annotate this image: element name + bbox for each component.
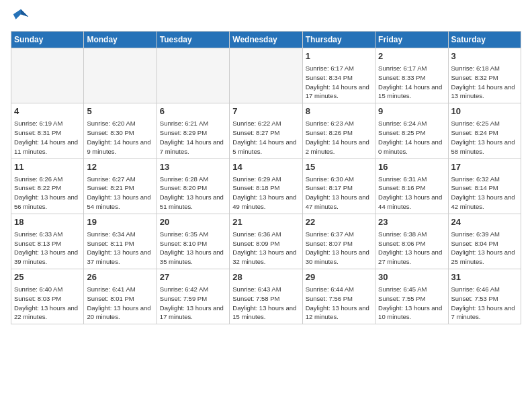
col-header-friday: Friday	[375, 32, 448, 48]
day-number: 19	[87, 216, 153, 228]
day-cell: 4Sunrise: 6:19 AM Sunset: 8:31 PM Daylig…	[11, 103, 84, 158]
day-info: Sunrise: 6:33 AM Sunset: 8:13 PM Dayligh…	[14, 230, 81, 267]
day-cell: 18Sunrise: 6:33 AM Sunset: 8:13 PM Dayli…	[11, 214, 84, 269]
day-cell: 22Sunrise: 6:37 AM Sunset: 8:07 PM Dayli…	[302, 214, 375, 269]
day-cell: 3Sunrise: 6:18 AM Sunset: 8:32 PM Daylig…	[448, 48, 521, 103]
col-header-tuesday: Tuesday	[157, 32, 229, 48]
day-cell: 24Sunrise: 6:39 AM Sunset: 8:04 PM Dayli…	[448, 214, 521, 269]
day-cell: 9Sunrise: 6:24 AM Sunset: 8:25 PM Daylig…	[375, 103, 448, 158]
day-cell: 29Sunrise: 6:44 AM Sunset: 7:56 PM Dayli…	[302, 269, 375, 324]
day-number: 10	[451, 105, 518, 118]
day-number: 6	[160, 105, 226, 118]
day-cell: 26Sunrise: 6:41 AM Sunset: 8:01 PM Dayli…	[84, 269, 157, 324]
day-cell: 5Sunrise: 6:20 AM Sunset: 8:30 PM Daylig…	[84, 103, 157, 158]
day-cell	[230, 48, 302, 103]
calendar-header-row: SundayMondayTuesdayWednesdayThursdayFrid…	[11, 32, 521, 48]
day-number: 7	[232, 105, 299, 118]
day-info: Sunrise: 6:25 AM Sunset: 8:24 PM Dayligh…	[451, 119, 518, 156]
day-info: Sunrise: 6:38 AM Sunset: 8:06 PM Dayligh…	[378, 230, 445, 267]
day-cell: 30Sunrise: 6:45 AM Sunset: 7:55 PM Dayli…	[375, 269, 448, 324]
day-info: Sunrise: 6:17 AM Sunset: 8:33 PM Dayligh…	[378, 64, 445, 101]
col-header-saturday: Saturday	[448, 32, 521, 48]
week-row-0: 1Sunrise: 6:17 AM Sunset: 8:34 PM Daylig…	[11, 48, 521, 103]
day-info: Sunrise: 6:44 AM Sunset: 7:56 PM Dayligh…	[306, 285, 372, 322]
col-header-monday: Monday	[84, 32, 157, 48]
day-cell: 15Sunrise: 6:30 AM Sunset: 8:17 PM Dayli…	[302, 158, 375, 214]
day-number: 9	[378, 105, 445, 118]
day-info: Sunrise: 6:26 AM Sunset: 8:22 PM Dayligh…	[14, 175, 81, 212]
day-info: Sunrise: 6:27 AM Sunset: 8:21 PM Dayligh…	[87, 175, 153, 212]
day-number: 14	[232, 161, 299, 173]
day-number: 8	[306, 105, 372, 118]
day-info: Sunrise: 6:19 AM Sunset: 8:31 PM Dayligh…	[14, 119, 81, 156]
day-number: 26	[87, 271, 153, 283]
day-cell: 28Sunrise: 6:43 AM Sunset: 7:58 PM Dayli…	[230, 269, 302, 324]
day-cell	[11, 48, 84, 103]
day-cell: 12Sunrise: 6:27 AM Sunset: 8:21 PM Dayli…	[84, 158, 157, 214]
day-number: 3	[451, 50, 518, 62]
day-info: Sunrise: 6:34 AM Sunset: 8:11 PM Dayligh…	[87, 230, 153, 267]
day-info: Sunrise: 6:40 AM Sunset: 8:03 PM Dayligh…	[14, 285, 81, 322]
day-number: 27	[160, 271, 226, 283]
day-cell: 7Sunrise: 6:22 AM Sunset: 8:27 PM Daylig…	[230, 103, 302, 158]
day-info: Sunrise: 6:36 AM Sunset: 8:09 PM Dayligh…	[232, 230, 299, 267]
day-cell: 21Sunrise: 6:36 AM Sunset: 8:09 PM Dayli…	[230, 214, 302, 269]
logo-icon	[11, 7, 31, 27]
day-number: 13	[160, 161, 226, 173]
day-info: Sunrise: 6:31 AM Sunset: 8:16 PM Dayligh…	[378, 175, 445, 212]
day-info: Sunrise: 6:35 AM Sunset: 8:10 PM Dayligh…	[160, 230, 226, 267]
day-info: Sunrise: 6:30 AM Sunset: 8:17 PM Dayligh…	[306, 175, 372, 212]
day-cell: 16Sunrise: 6:31 AM Sunset: 8:16 PM Dayli…	[375, 158, 448, 214]
day-info: Sunrise: 6:21 AM Sunset: 8:29 PM Dayligh…	[160, 119, 226, 156]
day-info: Sunrise: 6:39 AM Sunset: 8:04 PM Dayligh…	[451, 230, 518, 267]
day-info: Sunrise: 6:29 AM Sunset: 8:18 PM Dayligh…	[232, 175, 299, 212]
day-number: 11	[14, 161, 81, 173]
day-cell: 1Sunrise: 6:17 AM Sunset: 8:34 PM Daylig…	[302, 48, 375, 103]
day-cell: 8Sunrise: 6:23 AM Sunset: 8:26 PM Daylig…	[302, 103, 375, 158]
day-number: 25	[14, 271, 81, 283]
day-number: 12	[87, 161, 153, 173]
col-header-thursday: Thursday	[302, 32, 375, 48]
day-cell: 13Sunrise: 6:28 AM Sunset: 8:20 PM Dayli…	[157, 158, 229, 214]
day-cell: 17Sunrise: 6:32 AM Sunset: 8:14 PM Dayli…	[448, 158, 521, 214]
day-number: 15	[306, 161, 372, 173]
day-info: Sunrise: 6:41 AM Sunset: 8:01 PM Dayligh…	[87, 285, 153, 322]
day-number: 18	[14, 216, 81, 228]
day-cell: 27Sunrise: 6:42 AM Sunset: 7:59 PM Dayli…	[157, 269, 229, 324]
day-info: Sunrise: 6:32 AM Sunset: 8:14 PM Dayligh…	[451, 175, 518, 212]
day-cell: 31Sunrise: 6:46 AM Sunset: 7:53 PM Dayli…	[448, 269, 521, 324]
week-row-2: 11Sunrise: 6:26 AM Sunset: 8:22 PM Dayli…	[11, 158, 521, 214]
day-number: 21	[232, 216, 299, 228]
day-info: Sunrise: 6:43 AM Sunset: 7:58 PM Dayligh…	[232, 285, 299, 322]
day-info: Sunrise: 6:22 AM Sunset: 8:27 PM Dayligh…	[232, 119, 299, 156]
day-number: 23	[378, 216, 445, 228]
day-info: Sunrise: 6:42 AM Sunset: 7:59 PM Dayligh…	[160, 285, 226, 322]
col-header-wednesday: Wednesday	[230, 32, 302, 48]
day-cell: 6Sunrise: 6:21 AM Sunset: 8:29 PM Daylig…	[157, 103, 229, 158]
day-cell: 20Sunrise: 6:35 AM Sunset: 8:10 PM Dayli…	[157, 214, 229, 269]
day-info: Sunrise: 6:23 AM Sunset: 8:26 PM Dayligh…	[306, 119, 372, 156]
day-number: 17	[451, 161, 518, 173]
day-number: 1	[306, 50, 372, 62]
page: SundayMondayTuesdayWednesdayThursdayFrid…	[0, 0, 532, 331]
day-number: 29	[306, 271, 372, 283]
day-number: 5	[87, 105, 153, 118]
header-area	[11, 7, 521, 27]
week-row-3: 18Sunrise: 6:33 AM Sunset: 8:13 PM Dayli…	[11, 214, 521, 269]
day-cell: 23Sunrise: 6:38 AM Sunset: 8:06 PM Dayli…	[375, 214, 448, 269]
calendar-table: SundayMondayTuesdayWednesdayThursdayFrid…	[11, 31, 521, 324]
col-header-sunday: Sunday	[11, 32, 84, 48]
day-info: Sunrise: 6:20 AM Sunset: 8:30 PM Dayligh…	[87, 119, 153, 156]
week-row-4: 25Sunrise: 6:40 AM Sunset: 8:03 PM Dayli…	[11, 269, 521, 324]
day-cell	[157, 48, 229, 103]
day-number: 28	[232, 271, 299, 283]
day-number: 4	[14, 105, 81, 118]
day-info: Sunrise: 6:18 AM Sunset: 8:32 PM Dayligh…	[451, 64, 518, 101]
svg-marker-1	[21, 9, 28, 17]
day-number: 24	[451, 216, 518, 228]
day-number: 20	[160, 216, 226, 228]
day-cell: 10Sunrise: 6:25 AM Sunset: 8:24 PM Dayli…	[448, 103, 521, 158]
day-number: 16	[378, 161, 445, 173]
day-number: 30	[378, 271, 445, 283]
day-cell: 14Sunrise: 6:29 AM Sunset: 8:18 PM Dayli…	[230, 158, 302, 214]
